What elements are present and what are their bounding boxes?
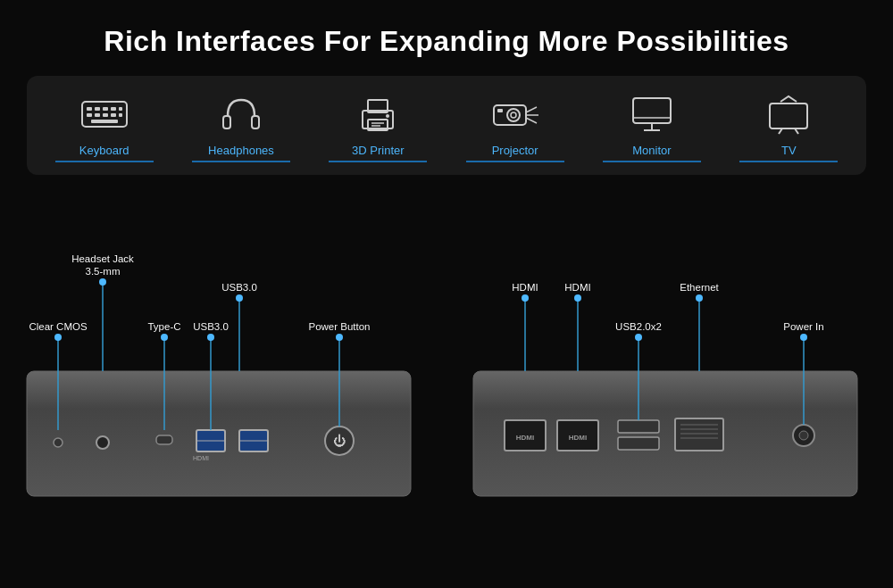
svg-text:Power Button: Power Button <box>308 321 370 332</box>
svg-rect-71 <box>675 418 723 451</box>
printer-icon <box>355 92 400 137</box>
svg-rect-3 <box>103 107 108 111</box>
svg-text:USB3.0: USB3.0 <box>193 321 229 332</box>
svg-point-59 <box>207 334 214 341</box>
svg-rect-6 <box>87 113 92 117</box>
keyboard-icon <box>80 92 129 137</box>
svg-text:⏻: ⏻ <box>333 434 346 448</box>
svg-rect-11 <box>91 120 118 123</box>
icon-projector: Projector <box>466 92 564 162</box>
svg-text:HDMI: HDMI <box>516 434 534 442</box>
page-title: Rich Interfaces For Expanding More Possi… <box>0 0 893 76</box>
svg-point-22 <box>511 112 516 118</box>
svg-text:HDMI: HDMI <box>569 434 587 442</box>
svg-point-21 <box>507 109 520 121</box>
projector-icon <box>488 92 542 137</box>
icon-keyboard: Keyboard <box>55 92 154 162</box>
svg-point-46 <box>99 278 106 286</box>
svg-point-88 <box>635 334 642 341</box>
svg-text:Clear CMOS: Clear CMOS <box>29 321 88 332</box>
svg-rect-13 <box>252 116 259 128</box>
svg-rect-12 <box>223 116 230 128</box>
svg-rect-37 <box>156 435 172 444</box>
svg-point-82 <box>574 294 581 302</box>
svg-text:Type-C: Type-C <box>147 321 180 332</box>
headphones-icon <box>219 92 263 137</box>
icons-bar: Keyboard Headphones 3D Printer <box>27 76 866 175</box>
svg-point-62 <box>336 334 343 341</box>
tv-label: TV <box>739 144 838 162</box>
svg-point-56 <box>161 334 168 341</box>
svg-rect-8 <box>103 113 108 117</box>
svg-point-35 <box>54 438 63 447</box>
monitor-label: Monitor <box>603 144 701 162</box>
svg-rect-1 <box>87 107 92 111</box>
svg-rect-26 <box>497 109 503 112</box>
svg-rect-4 <box>111 107 116 111</box>
svg-rect-31 <box>770 104 807 128</box>
tv-icon <box>766 92 811 137</box>
svg-text:HDMI: HDMI <box>193 455 209 461</box>
svg-line-25 <box>526 118 537 123</box>
svg-text:Ethernet: Ethernet <box>680 282 719 293</box>
svg-rect-9 <box>111 113 116 117</box>
svg-rect-27 <box>633 98 671 123</box>
icon-tv: TV <box>739 92 838 162</box>
svg-text:USB2.0x2: USB2.0x2 <box>615 321 662 332</box>
svg-point-50 <box>236 294 243 302</box>
svg-rect-7 <box>95 113 100 117</box>
svg-point-36 <box>96 436 109 449</box>
svg-point-79 <box>522 294 529 302</box>
projector-label: Projector <box>466 144 564 162</box>
svg-point-77 <box>799 431 808 440</box>
svg-text:HDMI: HDMI <box>512 282 538 293</box>
headphones-label: Headphones <box>192 144 290 162</box>
svg-point-19 <box>386 114 389 118</box>
svg-text:USB3.0: USB3.0 <box>221 282 257 293</box>
svg-rect-2 <box>95 107 100 111</box>
devices-section: ⏻ HDMI 3.5-mm Headset Jack USB3.0 Clear … <box>0 193 893 523</box>
svg-point-53 <box>54 334 62 341</box>
svg-text:Headset Jack: Headset Jack <box>71 253 134 264</box>
svg-rect-5 <box>119 107 122 111</box>
svg-text:3.5-mm: 3.5-mm <box>86 266 121 277</box>
svg-point-91 <box>800 334 807 341</box>
svg-line-23 <box>526 107 537 112</box>
icon-monitor: Monitor <box>603 92 701 162</box>
svg-rect-69 <box>618 420 659 433</box>
monitor-icon <box>630 92 674 137</box>
svg-rect-20 <box>494 105 526 125</box>
svg-rect-10 <box>119 113 122 117</box>
printer-label: 3D Printer <box>329 144 427 162</box>
icon-printer: 3D Printer <box>329 92 427 162</box>
svg-rect-70 <box>618 437 659 450</box>
keyboard-label: Keyboard <box>55 144 154 162</box>
icon-headphones: Headphones <box>192 92 290 162</box>
svg-text:Power In: Power In <box>783 321 823 332</box>
svg-text:HDMI: HDMI <box>564 282 590 293</box>
svg-point-85 <box>696 294 703 302</box>
